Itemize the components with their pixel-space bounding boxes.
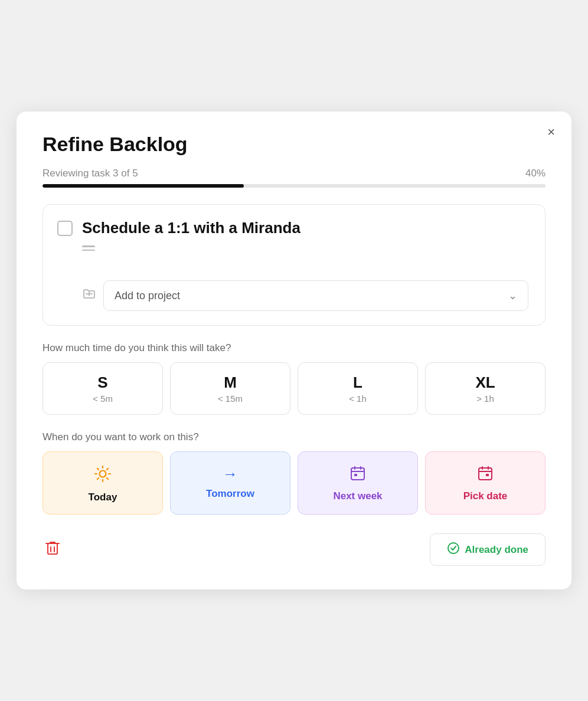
- when-question: When do you want to work on this?: [43, 431, 545, 443]
- sun-icon: [94, 465, 112, 487]
- task-checkbox[interactable]: [57, 221, 73, 236]
- modal: × Refine Backlog Reviewing task 3 of 5 4…: [17, 112, 571, 589]
- already-done-button[interactable]: Already done: [430, 533, 545, 566]
- when-option-today[interactable]: Today: [43, 451, 163, 515]
- size-desc-m: < 15m: [177, 394, 284, 404]
- check-circle-icon: [447, 542, 460, 558]
- when-option-pick-date[interactable]: Pick date: [425, 451, 545, 515]
- next-week-label: Next week: [333, 490, 382, 502]
- progress-label: Reviewing task 3 of 5: [43, 168, 138, 179]
- when-option-tomorrow[interactable]: → Tomorrow: [170, 451, 290, 515]
- calendar-purple-icon: [349, 465, 366, 486]
- size-label-s: S: [49, 374, 156, 392]
- svg-rect-11: [351, 468, 364, 480]
- project-dropdown-label: Add to project: [115, 290, 180, 302]
- svg-rect-21: [48, 543, 57, 554]
- notes-icon: [82, 245, 528, 251]
- chevron-down-icon: ⌄: [508, 289, 517, 302]
- svg-line-7: [97, 469, 99, 470]
- size-option-l[interactable]: L < 1h: [298, 362, 418, 415]
- svg-line-8: [107, 478, 108, 479]
- size-options: S < 5m M < 15m L < 1h XL > 1h: [43, 362, 545, 415]
- already-done-label: Already done: [465, 544, 528, 556]
- progress-percent: 40%: [525, 168, 545, 179]
- svg-point-2: [100, 471, 106, 477]
- when-option-next-week[interactable]: Next week: [298, 451, 418, 515]
- size-option-m[interactable]: M < 15m: [170, 362, 290, 415]
- delete-button[interactable]: [43, 538, 63, 562]
- time-question: How much time do you think this will tak…: [43, 342, 545, 354]
- footer-actions: Already done: [43, 533, 545, 566]
- progress-section: Reviewing task 3 of 5 40%: [43, 168, 545, 188]
- project-dropdown[interactable]: Add to project ⌄: [103, 280, 528, 311]
- size-desc-s: < 5m: [49, 394, 156, 404]
- project-folder-icon: [82, 287, 96, 304]
- svg-point-24: [448, 543, 459, 553]
- size-desc-xl: > 1h: [432, 394, 539, 404]
- svg-rect-16: [479, 468, 492, 480]
- tomorrow-label: Tomorrow: [206, 488, 254, 500]
- modal-title: Refine Backlog: [43, 133, 545, 156]
- arrow-right-icon: →: [223, 465, 238, 483]
- pick-date-label: Pick date: [463, 490, 508, 502]
- size-label-l: L: [304, 374, 411, 392]
- svg-rect-15: [354, 474, 357, 476]
- size-desc-l: < 1h: [304, 394, 411, 404]
- svg-line-10: [97, 478, 99, 479]
- svg-rect-20: [486, 474, 489, 476]
- svg-line-9: [107, 469, 108, 470]
- when-options: Today → Tomorrow Next week: [43, 451, 545, 515]
- progress-bar-fill: [43, 184, 244, 188]
- task-card: Schedule a 1:1 with a Miranda Add to pro…: [43, 204, 545, 326]
- today-label: Today: [89, 492, 117, 503]
- size-option-s[interactable]: S < 5m: [43, 362, 163, 415]
- size-label-m: M: [177, 374, 284, 392]
- size-option-xl[interactable]: XL > 1h: [425, 362, 545, 415]
- calendar-pink-icon: [477, 465, 494, 486]
- when-section: When do you want to work on this?: [43, 431, 545, 515]
- size-label-xl: XL: [432, 374, 539, 392]
- task-title: Schedule a 1:1 with a Miranda: [82, 219, 300, 237]
- progress-bar: [43, 184, 545, 188]
- close-button[interactable]: ×: [547, 126, 555, 139]
